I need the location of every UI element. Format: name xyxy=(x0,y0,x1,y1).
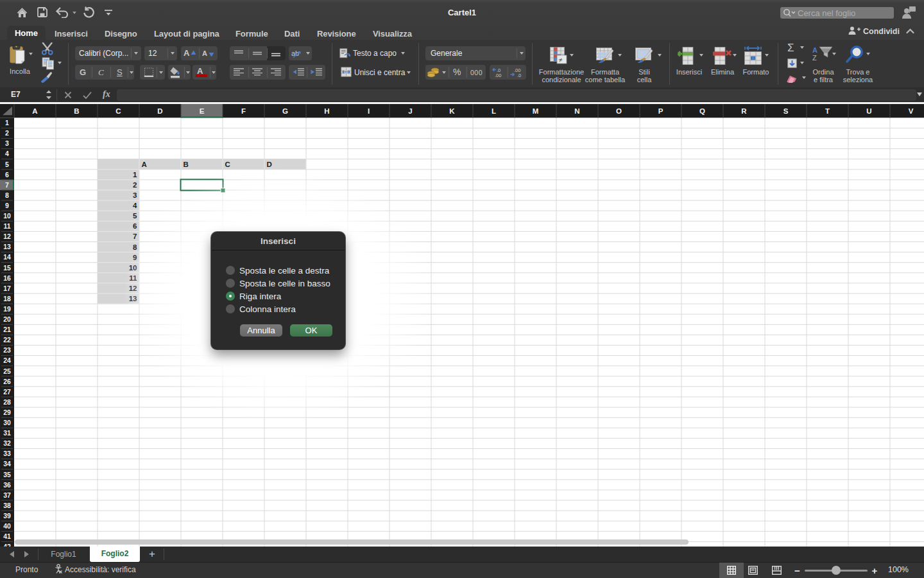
svg-text:U: U xyxy=(866,107,871,115)
svg-text:.0: .0 xyxy=(517,73,521,78)
svg-text:40: 40 xyxy=(3,522,11,530)
svg-text:28: 28 xyxy=(3,398,11,406)
svg-text:O: O xyxy=(616,107,622,115)
svg-text:30: 30 xyxy=(3,419,11,426)
svg-text:22: 22 xyxy=(3,336,11,344)
svg-text:21: 21 xyxy=(3,326,11,333)
svg-text:A: A xyxy=(32,107,37,115)
svg-text:17: 17 xyxy=(3,285,11,292)
svg-text:A: A xyxy=(142,161,147,168)
svg-text:D: D xyxy=(157,107,162,115)
svg-text:3: 3 xyxy=(5,139,9,147)
svg-text:34: 34 xyxy=(3,460,11,468)
svg-text:N: N xyxy=(574,107,579,115)
svg-text:M: M xyxy=(533,107,539,115)
svg-text:A: A xyxy=(812,46,817,54)
svg-text:33: 33 xyxy=(3,450,11,457)
svg-text:37: 37 xyxy=(3,491,11,499)
svg-text:32: 32 xyxy=(3,439,11,447)
svg-text:10: 10 xyxy=(3,212,11,220)
svg-text:5: 5 xyxy=(5,161,9,168)
svg-text:13: 13 xyxy=(3,243,11,250)
svg-text:K: K xyxy=(449,107,455,115)
svg-text:C: C xyxy=(225,161,230,168)
svg-text:S: S xyxy=(783,107,789,115)
svg-text:38: 38 xyxy=(3,502,11,509)
svg-text:L: L xyxy=(492,107,496,115)
svg-text:R: R xyxy=(741,107,747,115)
svg-text:D: D xyxy=(267,161,272,168)
svg-text:1: 1 xyxy=(5,119,9,127)
svg-text:15: 15 xyxy=(3,264,11,272)
svg-text:C: C xyxy=(116,107,121,115)
svg-text:11: 11 xyxy=(3,222,10,230)
svg-text:41: 41 xyxy=(3,532,11,540)
svg-text:Z: Z xyxy=(812,54,817,62)
svg-text:V: V xyxy=(909,107,914,115)
svg-text:26: 26 xyxy=(3,378,11,385)
svg-text:19: 19 xyxy=(3,305,11,313)
svg-text:F: F xyxy=(241,107,246,115)
svg-text:12: 12 xyxy=(3,232,11,240)
svg-text:2: 2 xyxy=(5,129,9,137)
svg-text:H: H xyxy=(324,107,329,115)
svg-text:P: P xyxy=(658,107,663,115)
svg-text:14: 14 xyxy=(3,253,11,261)
svg-text:36: 36 xyxy=(3,481,11,489)
svg-text:B: B xyxy=(74,107,79,115)
svg-text:B: B xyxy=(184,161,189,168)
svg-text:29: 29 xyxy=(3,408,11,416)
svg-text:.00: .00 xyxy=(495,73,501,78)
svg-text:31: 31 xyxy=(3,429,11,437)
svg-text:≠: ≠ xyxy=(559,57,563,64)
svg-text:9: 9 xyxy=(5,202,9,209)
svg-text:J: J xyxy=(408,107,412,115)
svg-text:24: 24 xyxy=(3,356,11,364)
svg-text:7: 7 xyxy=(5,181,9,189)
svg-text:18: 18 xyxy=(3,295,11,302)
svg-text:G: G xyxy=(282,107,288,115)
svg-text:25: 25 xyxy=(3,367,11,375)
svg-text:4: 4 xyxy=(5,150,9,157)
svg-text:8: 8 xyxy=(5,191,9,199)
svg-text:6: 6 xyxy=(5,171,9,179)
svg-text:35: 35 xyxy=(3,471,11,478)
svg-text:T: T xyxy=(825,107,830,115)
svg-text:20: 20 xyxy=(3,315,11,323)
svg-text:23: 23 xyxy=(3,346,11,354)
svg-text:39: 39 xyxy=(3,512,11,520)
svg-text:27: 27 xyxy=(3,388,11,396)
svg-text:16: 16 xyxy=(3,274,11,282)
svg-text:I: I xyxy=(368,107,370,115)
svg-text:Q: Q xyxy=(699,107,705,115)
svg-text:E: E xyxy=(200,107,205,115)
